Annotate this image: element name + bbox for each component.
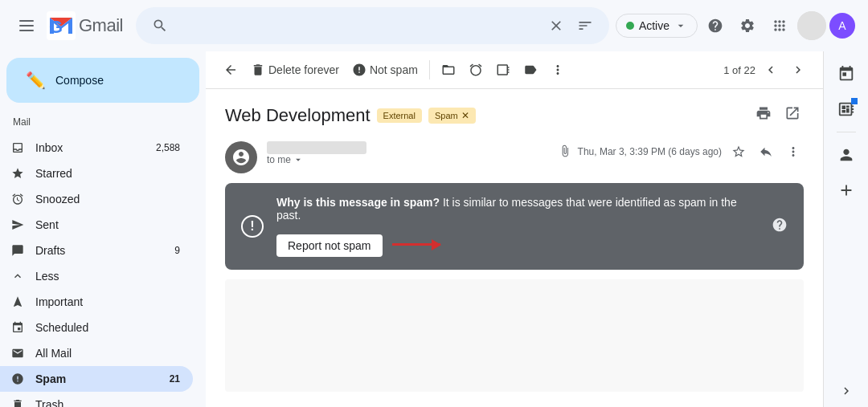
status-button[interactable]: Active [616, 14, 698, 38]
drafts-label: Drafts [35, 244, 165, 257]
settings-button[interactable] [733, 11, 762, 40]
apps-button[interactable] [765, 11, 794, 40]
not-spam-button[interactable]: Not spam [347, 58, 423, 82]
email-meta-right: Thu, Mar 3, 3:39 PM (6 days ago) [559, 141, 804, 162]
scheduled-label: Scheduled [35, 321, 180, 334]
sidebar-item-less[interactable]: Less [0, 263, 193, 289]
profile-pic-area[interactable] [797, 11, 826, 40]
hamburger-button[interactable] [13, 12, 40, 39]
email-meta-row: blurred to me Thu, Mar 3, 3:39 PM (6 day… [225, 141, 804, 173]
snooze-button[interactable] [464, 58, 488, 82]
report-not-spam-button[interactable]: Report not spam [276, 234, 383, 257]
labels-button[interactable] [518, 58, 542, 82]
more-options-button[interactable] [546, 58, 570, 82]
starred-label: Starred [35, 167, 180, 180]
to-me-row[interactable]: to me [267, 154, 549, 165]
red-arrow-annotation [389, 243, 440, 246]
less-icon [10, 270, 26, 283]
status-dot [626, 22, 634, 30]
spam-warning-text: Why is this message in spam? It is simil… [276, 196, 759, 222]
spam-tag-label: Spam [435, 111, 458, 120]
clear-search-button[interactable] [545, 14, 567, 37]
sidebar-item-allmail[interactable]: All Mail [0, 340, 193, 366]
sender-avatar [225, 141, 257, 173]
sidebar-item-trash[interactable]: Trash [0, 392, 193, 407]
spam-icon [10, 372, 26, 385]
allmail-icon [10, 347, 26, 360]
sender-name-row: blurred [267, 141, 549, 154]
sidebar: ✏️ Compose Mail Inbox 2,588 Starred Snoo… [0, 51, 206, 407]
right-sidebar-calendar-icon[interactable] [830, 58, 862, 90]
scheduled-icon [10, 321, 26, 334]
svg-rect-0 [19, 20, 34, 22]
topbar-right: Active A [616, 11, 855, 40]
email-subject: Web Development [225, 105, 371, 126]
sidebar-item-drafts[interactable]: Drafts 9 [0, 238, 193, 263]
sidebar-item-starred[interactable]: Starred [0, 161, 193, 186]
compose-button[interactable]: ✏️ Compose [6, 58, 199, 103]
search-input[interactable]: in:spam [178, 18, 538, 33]
gmail-text: Gmail [79, 15, 123, 36]
right-sidebar-tasks-icon[interactable] [830, 93, 862, 125]
svg-rect-5 [797, 11, 826, 40]
print-button[interactable] [752, 102, 775, 128]
starred-icon [10, 167, 26, 180]
snoozed-icon [10, 193, 26, 206]
spam-warning-help-button[interactable] [772, 217, 788, 237]
toolbar-separator-1 [429, 60, 430, 79]
delete-forever-label: Delete forever [268, 63, 339, 76]
user-avatar[interactable]: A [829, 13, 855, 39]
right-sidebar-divider [837, 132, 856, 132]
sidebar-item-sent[interactable]: Sent [0, 212, 193, 238]
less-label: Less [35, 270, 180, 283]
email-toolbar: Delete forever Not spam [206, 51, 823, 89]
attachment-icon [559, 144, 571, 160]
delete-forever-button[interactable]: Delete forever [246, 58, 344, 82]
filter-search-button[interactable] [574, 14, 596, 37]
compose-label: Compose [55, 74, 104, 87]
sidebar-item-inbox[interactable]: Inbox 2,588 [0, 135, 193, 161]
move-to-button[interactable] [436, 58, 461, 82]
search-bar: in:spam [136, 7, 609, 44]
email-meta-info: blurred to me [267, 141, 549, 165]
email-count-text: 1 of 22 [723, 64, 755, 76]
sidebar-item-spam[interactable]: Spam 21 [0, 366, 193, 392]
next-email-button[interactable] [786, 58, 810, 82]
drafts-count: 9 [174, 245, 180, 256]
sender-name: blurred [267, 141, 366, 154]
email-count: 1 of 22 [723, 64, 755, 76]
svg-rect-1 [19, 25, 34, 26]
more-email-options-button[interactable] [783, 141, 804, 162]
open-new-window-button[interactable] [781, 102, 804, 128]
right-sidebar-contacts-icon[interactable] [830, 139, 862, 171]
sidebar-item-scheduled[interactable]: Scheduled [0, 315, 193, 340]
email-date: Thu, Mar 3, 3:39 PM (6 days ago) [578, 146, 722, 157]
warning-circle-icon: ! [241, 215, 264, 238]
task-button[interactable] [491, 58, 515, 82]
back-button[interactable] [219, 58, 243, 82]
to-me-text: to me [267, 154, 291, 165]
sent-icon [10, 218, 26, 231]
status-label: Active [639, 19, 669, 32]
help-button[interactable] [701, 11, 730, 40]
spam-count: 21 [170, 373, 180, 385]
inbox-icon [10, 141, 26, 154]
snoozed-label: Snoozed [35, 193, 180, 206]
important-icon [10, 295, 26, 308]
expand-right-panel-button[interactable] [837, 381, 856, 401]
sidebar-item-snoozed[interactable]: Snoozed [0, 186, 193, 212]
star-button[interactable] [728, 141, 749, 162]
previous-email-button[interactable] [759, 58, 783, 82]
tasks-badge [851, 98, 858, 104]
search-icon-button[interactable] [149, 14, 171, 37]
reply-button[interactable] [755, 141, 776, 162]
drafts-icon [10, 244, 26, 257]
arrow-line [392, 243, 440, 246]
spam-tag-close[interactable]: ✕ [461, 110, 469, 121]
sidebar-item-important[interactable]: Important [0, 289, 193, 315]
spam-warning-banner: ! Why is this message in spam? It is sim… [225, 183, 804, 270]
spam-warning-content: Why is this message in spam? It is simil… [276, 196, 759, 257]
right-sidebar-add-button[interactable] [830, 174, 862, 206]
topbar: G Gmail in:spam Active [0, 0, 868, 51]
inbox-count: 2,588 [156, 142, 180, 153]
